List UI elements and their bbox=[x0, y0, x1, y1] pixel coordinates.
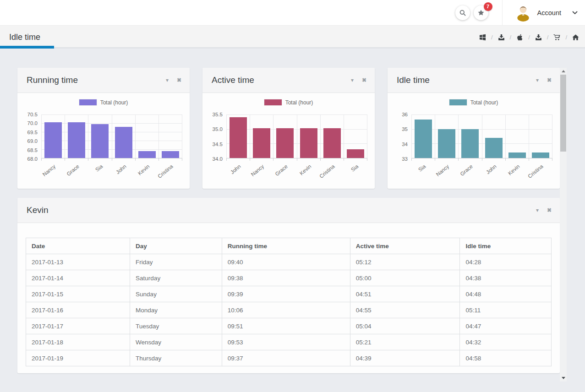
bar-nancy bbox=[44, 122, 62, 158]
x-axis-labels: SiaNancyGraceJohnKevinCristina bbox=[411, 161, 552, 183]
download-icon[interactable] bbox=[498, 34, 505, 41]
collapse-icon[interactable]: ▾ bbox=[166, 77, 169, 83]
x-label-cell: Kevin bbox=[135, 161, 159, 183]
topbar: 7 Account bbox=[0, 0, 585, 26]
table-cell: 2017-01-16 bbox=[26, 302, 130, 318]
panel-header: Running time▾✖ bbox=[17, 68, 190, 93]
panel-title: Kevin bbox=[27, 205, 49, 215]
table-cell: 2017-01-19 bbox=[26, 350, 130, 366]
table-cell: 04:55 bbox=[350, 302, 460, 318]
collapse-icon[interactable]: ▾ bbox=[536, 207, 539, 213]
table-cell: 05:12 bbox=[350, 254, 460, 270]
chart-legend: Total (hour) bbox=[210, 99, 367, 106]
avatar bbox=[514, 4, 532, 22]
apple-icon[interactable] bbox=[516, 34, 523, 41]
nav-separator: / bbox=[491, 34, 493, 41]
download-icon[interactable] bbox=[535, 34, 542, 41]
x-label-cell: Grace bbox=[273, 161, 297, 183]
table-cell: Wensday bbox=[130, 334, 222, 350]
table-row: 2017-01-19Thursday09:3704:3904:58 bbox=[26, 350, 552, 366]
nav-separator: / bbox=[510, 34, 512, 41]
bar-grace bbox=[68, 122, 85, 158]
bar-chart: 36353433SiaNancyGraceJohnKevinCristina bbox=[395, 114, 552, 183]
x-label-cell: Cristina bbox=[529, 161, 552, 183]
favorites-button[interactable]: 7 bbox=[474, 5, 488, 20]
legend-swatch bbox=[79, 99, 97, 105]
x-label-cell: Grace bbox=[459, 161, 482, 183]
close-icon[interactable]: ✖ bbox=[362, 77, 366, 83]
table-cell: 04:39 bbox=[350, 350, 460, 366]
account-label: Account bbox=[537, 9, 561, 16]
x-tick-label: Sia bbox=[94, 163, 104, 173]
panel-kevin: Kevin▾✖DateDayRunning timeActive timeIdl… bbox=[17, 198, 560, 373]
y-tick-label: 34 bbox=[402, 142, 408, 147]
column-header-day: Day bbox=[130, 238, 222, 254]
y-axis: 36353433 bbox=[395, 114, 411, 159]
bar-john bbox=[485, 138, 503, 158]
chart-body: Total (hour)36353433SiaNancyGraceJohnKev… bbox=[388, 99, 560, 183]
bar-cristina bbox=[532, 152, 549, 158]
x-tick-label: Nancy bbox=[435, 163, 450, 177]
table-cell: Thursday bbox=[130, 350, 222, 366]
plot bbox=[226, 114, 367, 158]
windows-icon[interactable] bbox=[479, 34, 486, 41]
x-tick-label: John bbox=[230, 163, 242, 175]
bar-sia bbox=[347, 149, 364, 158]
x-label-cell: Cristina bbox=[320, 161, 344, 183]
plot-area: JohnNancyGraceKevinCristinaSia bbox=[226, 114, 367, 183]
bar-cell bbox=[505, 114, 529, 158]
x-label-cell: John bbox=[112, 161, 135, 183]
x-label-cell: Cristina bbox=[159, 161, 182, 183]
table-cell: 05:04 bbox=[350, 318, 460, 334]
cart-icon[interactable] bbox=[553, 34, 560, 41]
y-tick-label: 70.0 bbox=[27, 120, 38, 126]
table-cell: 04:32 bbox=[460, 334, 552, 350]
close-icon[interactable]: ✖ bbox=[547, 77, 552, 83]
nav-separator: / bbox=[547, 34, 549, 41]
table-cell: 04:38 bbox=[460, 270, 552, 286]
x-tick-label: Grace bbox=[274, 163, 289, 177]
star-icon bbox=[477, 9, 485, 16]
close-icon[interactable]: ✖ bbox=[547, 207, 552, 213]
x-tick-label: Kevin bbox=[299, 163, 312, 176]
x-tick-label: Grace bbox=[66, 163, 80, 177]
table-row: 2017-01-15Sunday09:3904:5104:48 bbox=[26, 286, 552, 302]
column-header-idle-time: Idle time bbox=[460, 238, 552, 254]
scroll-down-arrow[interactable] bbox=[560, 375, 567, 381]
y-tick-label: 35.0 bbox=[213, 126, 223, 132]
x-label-cell: John bbox=[482, 161, 505, 183]
table-cell: 05:00 bbox=[350, 270, 460, 286]
collapse-icon[interactable]: ▾ bbox=[536, 77, 539, 83]
bar-cell bbox=[482, 114, 505, 158]
table-row: 2017-01-13Friday09:4005:1204:28 bbox=[26, 254, 552, 270]
bar-cell bbox=[435, 114, 458, 158]
bar-john bbox=[230, 117, 247, 158]
plot-area: SiaNancyGraceJohnKevinCristina bbox=[411, 114, 552, 183]
scrollbar[interactable] bbox=[560, 68, 567, 381]
bar-cell bbox=[88, 114, 111, 158]
close-icon[interactable]: ✖ bbox=[177, 77, 181, 83]
account-menu[interactable]: Account bbox=[503, 0, 585, 26]
chart-legend: Total (hour) bbox=[25, 99, 182, 106]
scrollbar-thumb[interactable] bbox=[560, 75, 566, 152]
bar-cell bbox=[41, 114, 65, 158]
x-tick-label: Kevin bbox=[137, 163, 151, 176]
data-table: DateDayRunning timeActive timeIdle time2… bbox=[26, 238, 552, 366]
plot bbox=[411, 114, 552, 158]
table-cell: 2017-01-13 bbox=[26, 254, 130, 270]
bar-john bbox=[115, 127, 132, 158]
x-tick-label: Kevin bbox=[507, 163, 521, 176]
dashboard-content: Running time▾✖Total (hour)70.570.069.569… bbox=[0, 49, 585, 392]
collapse-icon[interactable]: ▾ bbox=[351, 77, 354, 83]
bar-cell bbox=[273, 114, 296, 158]
table-cell: Monday bbox=[130, 302, 222, 318]
home-icon[interactable] bbox=[572, 34, 579, 41]
bar-nancy bbox=[253, 128, 270, 158]
x-tick-label: Sia bbox=[350, 163, 359, 173]
scroll-up-arrow[interactable] bbox=[560, 68, 567, 75]
search-button[interactable] bbox=[455, 5, 470, 20]
bar-cell bbox=[250, 114, 273, 158]
table-cell: Saturday bbox=[130, 270, 222, 286]
table-cell: 09:37 bbox=[222, 350, 350, 366]
panel-title: Running time bbox=[27, 75, 78, 85]
